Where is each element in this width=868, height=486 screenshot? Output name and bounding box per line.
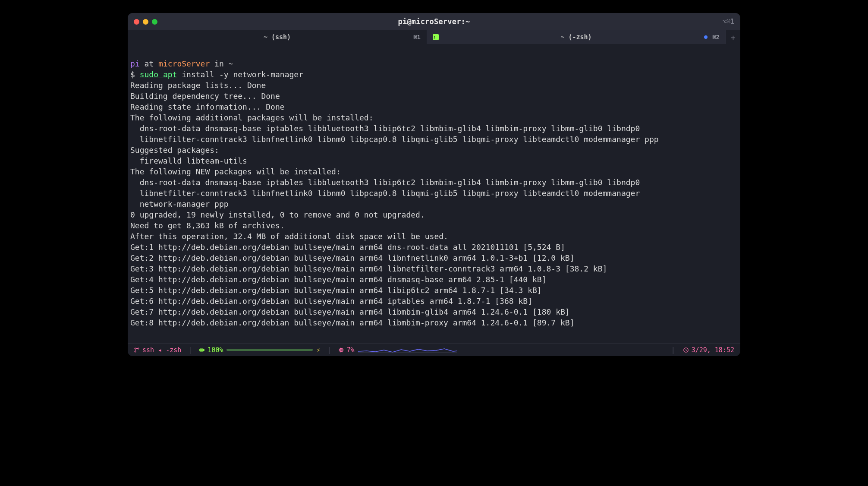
separator: | — [327, 346, 331, 354]
prompt-host: microServer — [158, 59, 210, 68]
cmd-sudo: sudo — [140, 70, 158, 79]
clock-icon — [683, 347, 689, 353]
new-tab-button[interactable]: + — [726, 30, 740, 44]
output-line: libnetfilter-conntrack3 libnfnetlink0 li… — [130, 135, 659, 144]
svg-rect-4 — [204, 349, 204, 350]
minimize-button[interactable] — [143, 19, 148, 25]
cmd-apt: apt — [158, 70, 177, 79]
output-line: Get:6 http://deb.debian.org/debian bulls… — [130, 297, 532, 306]
output-line: 0 upgraded, 19 newly installed, 0 to rem… — [130, 210, 425, 219]
terminal-output[interactable]: pi at microServer in ~ $ sudo apt instal… — [128, 44, 740, 343]
terminal-window: pi@microServer:~ ⌥⌘1 ~ (ssh) ⌘1 ❯_ ~ (-z… — [128, 13, 740, 356]
prompt-text: at — [140, 59, 158, 68]
status-battery: 100% — [199, 346, 223, 354]
prompt-text: in — [210, 59, 228, 68]
tab-shortcut: ⌘1 — [413, 34, 421, 41]
output-line: Reading state information... Done — [130, 102, 285, 111]
svg-rect-7 — [340, 349, 342, 351]
output-line: Get:7 http://deb.debian.org/debian bulls… — [130, 307, 570, 316]
activity-indicator-icon — [704, 35, 708, 39]
status-process-text: ssh ◂ -zsh — [142, 346, 181, 354]
output-line: The following NEW packages will be insta… — [130, 167, 341, 176]
status-clock: 3/29, 18:52 — [683, 346, 734, 354]
output-line: Get:8 http://deb.debian.org/debian bulls… — [130, 318, 575, 327]
titlebar: pi@microServer:~ ⌥⌘1 — [128, 13, 740, 30]
tab-shortcut: ⌘2 — [712, 34, 720, 41]
close-button[interactable] — [134, 19, 139, 25]
tab-zsh[interactable]: ❯_ ~ (-zsh) ⌘2 — [427, 30, 726, 44]
output-line: Building dependency tree... Done — [130, 92, 280, 101]
battery-percent: 100% — [208, 346, 223, 354]
output-line: Get:2 http://deb.debian.org/debian bulls… — [130, 253, 575, 262]
tab-ssh[interactable]: ~ (ssh) ⌘1 — [128, 30, 427, 44]
svg-rect-6 — [340, 348, 343, 351]
datetime-text: 3/29, 18:52 — [692, 346, 734, 354]
output-line: The following additional packages will b… — [130, 113, 374, 122]
tab-bar: ~ (ssh) ⌘1 ❯_ ~ (-zsh) ⌘2 + — [128, 30, 740, 44]
separator: | — [671, 346, 675, 354]
separator: | — [188, 346, 192, 354]
prompt-user: pi — [130, 59, 140, 68]
status-bar: ssh ◂ -zsh | 100% ⚡ | 7% — [128, 343, 740, 356]
output-line: firewalld libteam-utils — [130, 156, 247, 165]
status-cpu: 7% — [338, 346, 355, 354]
cpu-percent: 7% — [347, 346, 355, 354]
svg-point-0 — [135, 348, 136, 349]
output-line: dns-root-data dnsmasq-base iptables libb… — [130, 124, 640, 133]
output-line: Need to get 8,363 kB of archives. — [130, 221, 285, 230]
battery-bar — [226, 349, 313, 351]
prompt-symbol: $ — [130, 70, 140, 79]
tab-label: ~ (-zsh) — [560, 33, 591, 41]
output-line: Reading package lists... Done — [130, 81, 266, 90]
cpu-sparkline — [358, 347, 457, 353]
output-line: Get:3 http://deb.debian.org/debian bulls… — [130, 264, 607, 273]
output-line: libnetfilter-conntrack3 libnfnetlink0 li… — [130, 189, 640, 198]
output-line: Get:5 http://deb.debian.org/debian bulls… — [130, 286, 542, 295]
prompt-icon: ❯_ — [433, 34, 439, 40]
output-line: Suggested packages: — [130, 145, 219, 155]
tab-label: ~ (ssh) — [264, 33, 291, 41]
traffic-lights — [134, 19, 157, 25]
window-shortcut-hint: ⌥⌘1 — [723, 18, 734, 25]
window-title: pi@microServer:~ — [128, 17, 740, 26]
cmd-args: install -y network-manager — [177, 70, 303, 79]
svg-rect-5 — [200, 349, 203, 351]
output-line: dns-root-data dnsmasq-base iptables libb… — [130, 178, 640, 187]
output-line: Get:1 http://deb.debian.org/debian bulls… — [130, 243, 565, 252]
prompt-cwd: ~ — [229, 59, 233, 68]
status-process[interactable]: ssh ◂ -zsh — [134, 346, 181, 354]
battery-icon — [199, 347, 205, 353]
branch-icon — [134, 347, 140, 353]
output-line: After this operation, 32.4 MB of additio… — [130, 232, 448, 241]
charging-icon: ⚡ — [316, 346, 320, 354]
svg-point-1 — [135, 351, 136, 352]
output-line: network-manager ppp — [130, 199, 229, 208]
cpu-icon — [338, 347, 344, 353]
zoom-button[interactable] — [152, 19, 157, 25]
output-line: Get:4 http://deb.debian.org/debian bulls… — [130, 275, 547, 284]
